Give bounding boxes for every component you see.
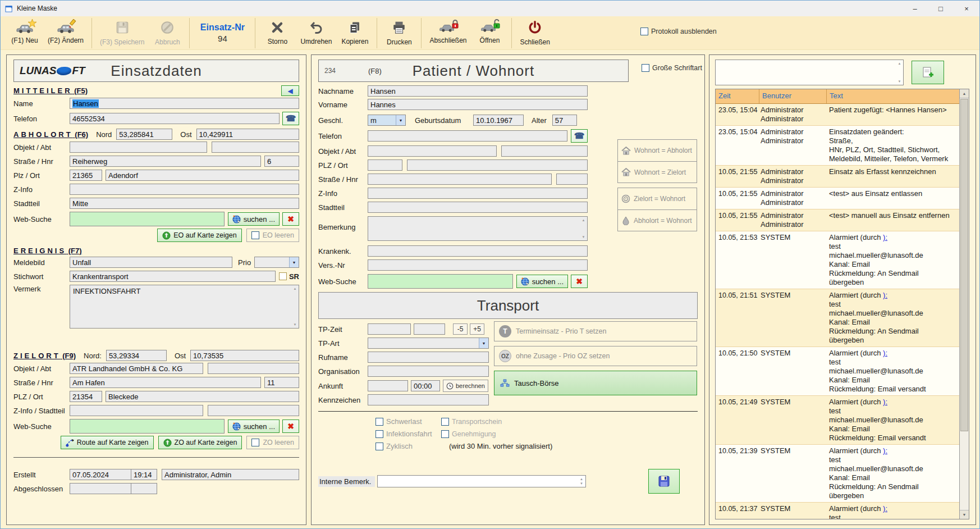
tpzeit-zeit-input[interactable] xyxy=(414,323,445,335)
infektionsfahrt-checkbox[interactable]: Infektionsfahrt xyxy=(375,430,441,438)
zielort-plz-input[interactable]: 21354 xyxy=(70,391,102,402)
log-row[interactable]: 23.05, 15:04AdministratorAdministratorPa… xyxy=(716,104,959,125)
abholort-strasse-input[interactable]: Reiherweg xyxy=(70,156,261,167)
column-header-text[interactable]: Text xyxy=(827,89,959,103)
toolbar-speichern-button[interactable]: (F3) Speichern xyxy=(95,16,149,49)
add-note-button[interactable] xyxy=(912,61,944,84)
toolbar-neu-button[interactable]: (F1) Neu xyxy=(6,16,43,49)
alter-input[interactable]: 57 xyxy=(552,115,577,126)
patient-zinfo-input[interactable] xyxy=(368,188,588,199)
zielort-objekt-input[interactable]: ATR Landhandel GmbH & Co. KG xyxy=(70,363,203,374)
log-row[interactable]: 10.05, 21:37SYSTEMAlarmiert (durch ):tes… xyxy=(716,502,959,519)
log-entry-link[interactable]: ): xyxy=(883,398,887,406)
eo-auf-karte-button[interactable]: EO auf Karte zeigen xyxy=(157,229,242,242)
bemerkung-textarea[interactable]: ▲▼ xyxy=(368,216,588,241)
ankunft-zeit-input[interactable]: 00:00 xyxy=(411,380,440,391)
berechnen-button[interactable]: berechnen xyxy=(443,380,488,392)
scroll-arrows[interactable]: ▲▼ xyxy=(579,476,585,486)
eo-leeren-checkbox[interactable]: EO leeren xyxy=(246,229,299,242)
vorname-input[interactable]: Hannes xyxy=(368,99,588,110)
zyklisch-checkbox[interactable]: Zyklisch xyxy=(375,442,441,450)
zielort-abt-input[interactable] xyxy=(208,363,299,374)
zielort-websuche-input[interactable] xyxy=(70,419,225,434)
scroll-up-arrow[interactable]: ▲ xyxy=(960,89,969,98)
prio-dropdown[interactable]: ▼ xyxy=(254,257,299,268)
abholort-ost-input[interactable]: 10,429911 xyxy=(196,129,299,140)
versnr-input[interactable] xyxy=(368,259,588,271)
note-input[interactable]: ▲▼ xyxy=(715,60,904,85)
kennzeichen-input[interactable] xyxy=(368,394,489,405)
minus5-button[interactable]: -5 xyxy=(453,323,468,335)
abholort-websuche-clear-button[interactable]: ✖ xyxy=(282,212,299,226)
schwerlast-checkbox[interactable]: Schwerlast xyxy=(375,417,441,426)
patient-websuche-input[interactable] xyxy=(368,274,513,289)
patient-ort-input[interactable] xyxy=(407,159,588,171)
mitteiler-name-input[interactable]: Hansen xyxy=(70,98,299,109)
zielort-strasse-input[interactable]: Am Hafen xyxy=(70,377,261,388)
patient-suchen-button[interactable]: suchen ... xyxy=(516,275,568,288)
log-entry-link[interactable]: ): xyxy=(883,233,887,241)
geschlecht-dropdown[interactable]: m▼ xyxy=(368,115,406,126)
patient-strasse-input[interactable] xyxy=(368,174,552,185)
tpart-dropdown[interactable]: ▼ xyxy=(368,338,489,349)
zielort-zinfo-input[interactable] xyxy=(70,405,203,416)
log-row[interactable]: 10.05, 21:49SYSTEMAlarmiert (durch ):tes… xyxy=(716,395,959,444)
toolbar-drucken-button[interactable]: Drucken xyxy=(381,16,418,49)
tpzeit-datum-input[interactable] xyxy=(368,323,411,335)
log-row[interactable]: 23.05, 15:04AdministratorAdministratorEi… xyxy=(716,125,959,165)
log-entry-link[interactable]: ): xyxy=(883,446,887,455)
wohnort-gleich-abholort-button[interactable]: Wohnort = Abholort xyxy=(618,140,697,161)
plus5-button[interactable]: +5 xyxy=(470,323,484,335)
log-entry-link[interactable]: ): xyxy=(883,291,887,299)
interne-bemerk-save-button[interactable] xyxy=(648,469,680,494)
toolbar-oeffnen-button[interactable]: Öffnen xyxy=(471,16,508,49)
zo-leeren-checkbox[interactable]: ZO leeren xyxy=(246,436,299,449)
interne-bemerk-input[interactable]: ▲▼ xyxy=(377,475,586,487)
zielort-ost-input[interactable]: 10,73535 xyxy=(190,350,299,361)
log-row[interactable]: 10.05, 21:50SYSTEMAlarmiert (durch ):tes… xyxy=(716,346,959,395)
rufname-input[interactable] xyxy=(368,352,489,363)
log-row[interactable]: 10.05, 21:55AdministratorAdministrator<t… xyxy=(716,209,959,231)
patient-phone-dial-button[interactable]: ☎ xyxy=(571,129,588,143)
patient-telefon-input[interactable] xyxy=(368,130,567,142)
scroll-arrows[interactable]: ▲▼ xyxy=(292,286,298,327)
ohne-zusage-button[interactable]: OZ ohne Zusage - Prio OZ setzen xyxy=(494,346,697,366)
toolbar-abbruch-button[interactable]: Abbruch xyxy=(149,16,186,49)
organisation-input[interactable] xyxy=(368,366,489,377)
scroll-thumb[interactable] xyxy=(960,99,968,431)
zo-auf-karte-button[interactable]: ZO auf Karte zeigen xyxy=(158,436,242,449)
genehmigung-checkbox[interactable]: Genehmigung xyxy=(441,430,496,438)
abholort-plz-input[interactable]: 21365 xyxy=(70,170,102,181)
abholort-abt-input[interactable] xyxy=(212,142,299,153)
patient-websuche-clear-button[interactable]: ✖ xyxy=(571,275,588,288)
route-auf-karte-button[interactable]: Route auf Karte zeigen xyxy=(61,436,154,449)
toolbar-storno-button[interactable]: Storno xyxy=(259,16,296,49)
abholort-ort-input[interactable]: Adendorf xyxy=(106,170,299,181)
patient-hnr-input[interactable] xyxy=(556,174,588,185)
column-header-zeit[interactable]: Zeit xyxy=(716,89,759,103)
scroll-arrows[interactable]: ▲▼ xyxy=(580,217,587,240)
geburtsdatum-input[interactable]: 10.10.1967 xyxy=(473,115,524,126)
log-row[interactable]: 10.05, 21:51SYSTEMAlarmiert (durch ):tes… xyxy=(716,289,959,346)
vermerk-textarea[interactable]: INFEKTIONSFAHRT ▲▼ xyxy=(70,285,299,329)
mitteiler-collapse-button[interactable]: ◀ xyxy=(281,85,299,96)
zielort-suchen-button[interactable]: suchen ... xyxy=(228,419,280,433)
grosse-schriftart-checkbox[interactable]: Große Schriftart xyxy=(642,64,702,72)
close-button[interactable]: × xyxy=(954,1,979,16)
protokoll-ausblenden-checkbox[interactable]: Protokoll ausblenden xyxy=(640,28,717,35)
patient-objekt-input[interactable] xyxy=(368,145,497,157)
ankunft-datum-input[interactable] xyxy=(368,380,408,391)
toolbar-kopieren-button[interactable]: Kopieren xyxy=(336,16,373,49)
toolbar-abschliessen-button[interactable]: Abschließen xyxy=(425,16,471,49)
zielort-nord-input[interactable]: 53,29334 xyxy=(106,350,167,361)
termineinsatz-button[interactable]: T Termineinsatz - Prio T setzen xyxy=(494,321,697,341)
meldebild-input[interactable]: Unfall xyxy=(70,257,232,268)
zielort-gleich-wohnort-button[interactable]: Zielort = Wohnort xyxy=(618,188,697,209)
wohnort-gleich-zielort-button[interactable]: Wohnort = Zielort xyxy=(618,161,697,183)
toolbar-schliessen-button[interactable]: Schließen xyxy=(515,16,554,49)
toolbar-umdrehen-button[interactable]: Umdrehen xyxy=(296,16,336,49)
abholort-websuche-input[interactable] xyxy=(70,212,225,226)
tausch-boerse-button[interactable]: Tausch-Börse xyxy=(494,371,697,395)
log-scrollbar[interactable]: ▲ ▼ xyxy=(959,89,969,519)
abholort-zinfo-input[interactable] xyxy=(70,184,299,195)
